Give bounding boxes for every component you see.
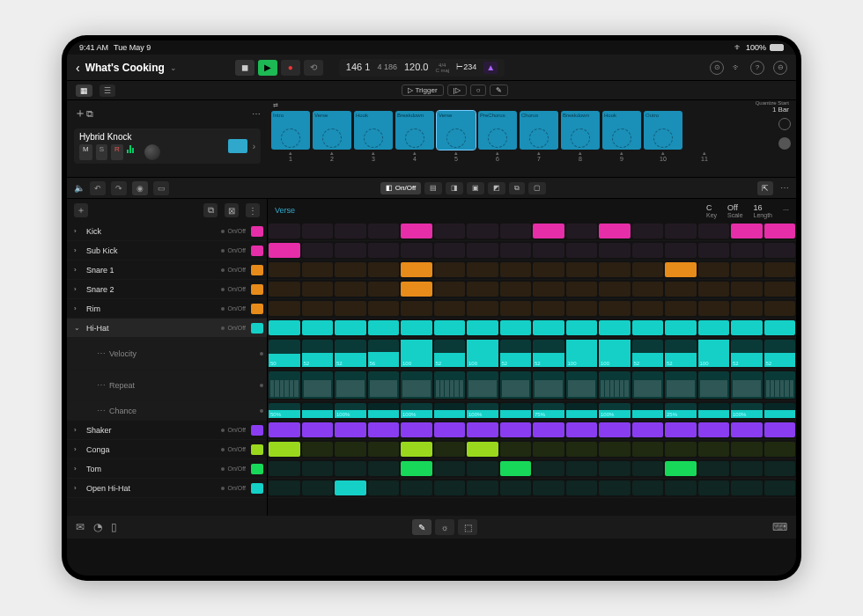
lane-vol-icon[interactable]: ⋮ xyxy=(246,203,260,217)
step[interactable] xyxy=(599,442,631,457)
step[interactable] xyxy=(599,301,631,316)
play-button[interactable]: ▶ xyxy=(258,60,277,76)
step[interactable] xyxy=(764,480,796,495)
step[interactable]: 52 xyxy=(764,340,796,367)
step[interactable] xyxy=(467,282,498,297)
step[interactable] xyxy=(368,371,400,399)
step[interactable] xyxy=(467,301,498,316)
step[interactable] xyxy=(632,422,664,437)
step[interactable] xyxy=(368,320,400,335)
step[interactable] xyxy=(599,224,631,238)
column-trigger-6[interactable]: 6 xyxy=(478,151,517,162)
step[interactable] xyxy=(764,301,796,316)
step[interactable] xyxy=(335,461,366,476)
step[interactable] xyxy=(467,243,498,258)
step[interactable] xyxy=(434,480,466,495)
step[interactable] xyxy=(467,422,498,437)
step[interactable] xyxy=(335,480,366,495)
step[interactable] xyxy=(731,442,763,457)
add-track-button[interactable]: ＋ xyxy=(74,106,86,121)
step[interactable] xyxy=(533,282,564,297)
step[interactable] xyxy=(566,301,598,316)
lane-conga[interactable]: ›CongaOn/Off xyxy=(67,440,267,459)
step[interactable] xyxy=(533,320,564,335)
step[interactable] xyxy=(632,262,664,277)
step[interactable]: 100% xyxy=(401,403,432,418)
step[interactable] xyxy=(368,480,400,495)
step[interactable] xyxy=(434,422,466,437)
step[interactable]: 100% xyxy=(335,403,366,418)
camera-icon[interactable]: ◉ xyxy=(132,181,148,195)
step[interactable] xyxy=(401,301,432,316)
track-more-icon[interactable]: ⋯ xyxy=(252,109,261,119)
step[interactable] xyxy=(500,480,532,495)
step[interactable] xyxy=(533,224,564,238)
tuner-icon[interactable]: ▲ xyxy=(483,62,498,74)
cell-7[interactable]: Chorus xyxy=(520,111,558,150)
step[interactable] xyxy=(566,243,598,258)
step[interactable] xyxy=(302,224,334,238)
step[interactable] xyxy=(533,301,564,316)
step[interactable] xyxy=(599,422,631,437)
lane-rim[interactable]: ›RimOn/Off xyxy=(67,299,267,319)
step[interactable] xyxy=(500,371,532,399)
lane-snare-2[interactable]: ›Snare 2On/Off xyxy=(67,280,267,299)
step[interactable] xyxy=(599,243,631,258)
step[interactable] xyxy=(401,224,432,238)
step[interactable]: 100 xyxy=(599,340,631,367)
step[interactable] xyxy=(269,442,300,457)
pattern-name[interactable]: Verse xyxy=(275,206,295,215)
eq-icon[interactable] xyxy=(127,144,141,153)
trigger-mode-button[interactable]: ▷ Trigger xyxy=(402,84,444,96)
track-strip[interactable]: Hybrid Knock M S R › xyxy=(74,128,261,164)
step[interactable] xyxy=(698,320,730,335)
step[interactable] xyxy=(764,371,796,399)
step[interactable] xyxy=(698,480,730,495)
step[interactable] xyxy=(599,461,631,476)
step[interactable] xyxy=(698,224,730,238)
step[interactable]: 52 xyxy=(302,340,334,367)
step[interactable] xyxy=(269,301,300,316)
step[interactable] xyxy=(665,262,697,277)
goto-start-button[interactable]: ◼ xyxy=(235,60,254,76)
step[interactable] xyxy=(731,371,763,399)
step[interactable] xyxy=(665,442,697,457)
step[interactable] xyxy=(665,301,697,316)
step[interactable] xyxy=(401,320,432,335)
brightness-button[interactable]: ☼ xyxy=(435,519,454,535)
step[interactable] xyxy=(335,442,366,457)
step[interactable] xyxy=(401,243,432,258)
step[interactable] xyxy=(368,403,400,418)
lane-tom[interactable]: ›TomOn/Off xyxy=(67,459,267,479)
step[interactable] xyxy=(401,262,432,277)
step[interactable] xyxy=(764,320,796,335)
step[interactable] xyxy=(434,224,466,238)
step[interactable]: 52 xyxy=(335,340,366,367)
wifi-icon-2[interactable]: ᯤ xyxy=(733,62,741,72)
scale-selector[interactable]: OffScale xyxy=(727,203,743,218)
step[interactable] xyxy=(566,320,598,335)
step[interactable]: 100 xyxy=(566,340,598,367)
step[interactable] xyxy=(434,301,466,316)
step[interactable] xyxy=(632,224,664,238)
step[interactable] xyxy=(566,282,598,297)
step[interactable] xyxy=(335,371,366,399)
panel-icon[interactable]: ▯ xyxy=(111,521,117,533)
step[interactable] xyxy=(665,320,697,335)
step[interactable] xyxy=(632,282,664,297)
step[interactable] xyxy=(665,282,697,297)
help-icon[interactable]: ? xyxy=(750,61,764,75)
cycle-button[interactable]: ⟲ xyxy=(304,60,323,76)
editor-more-icon[interactable]: ⋯ xyxy=(780,183,789,193)
step[interactable] xyxy=(434,461,466,476)
key-selector[interactable]: CKey xyxy=(706,203,717,218)
step[interactable] xyxy=(269,282,300,297)
step[interactable] xyxy=(533,442,564,457)
loop-button-small[interactable]: ○ xyxy=(470,84,487,96)
lcd-display[interactable]: 146 1 4 186 120.0 4/4C maj ⊢234 ▲ xyxy=(339,59,505,77)
step[interactable] xyxy=(302,442,334,457)
export-icon[interactable]: ⇱ xyxy=(757,181,773,195)
cell-1[interactable]: Intro xyxy=(271,111,310,150)
step[interactable] xyxy=(500,403,532,418)
step[interactable] xyxy=(533,243,564,258)
